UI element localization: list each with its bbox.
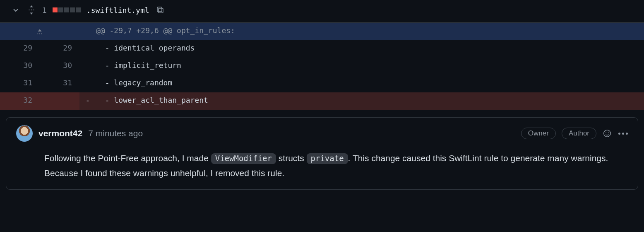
svg-rect-3	[159, 8, 163, 13]
svg-point-6	[39, 33, 40, 34]
code-text: - implicit_return	[96, 58, 644, 75]
diffstat-removed-square	[53, 7, 58, 12]
diffstat-square	[76, 7, 81, 12]
inline-code: ViewModifier	[211, 153, 276, 164]
diffstat-square	[64, 7, 69, 12]
diffstat-square	[58, 7, 63, 12]
new-line-number[interactable]: 31	[40, 75, 79, 92]
fold-up-icon	[35, 27, 44, 36]
owner-badge: Owner	[521, 128, 556, 139]
kebab-dot	[622, 133, 624, 135]
comment-timestamp[interactable]: 7 minutes ago	[88, 128, 143, 138]
diff-line-deleted: 32 - - lower_acl_than_parent	[0, 92, 644, 110]
expand-all-button[interactable]	[26, 5, 36, 15]
copy-icon	[156, 6, 164, 14]
expand-up-button[interactable]	[0, 23, 79, 40]
old-line-number[interactable]: 30	[0, 58, 40, 75]
svg-point-8	[604, 130, 611, 137]
review-comment: vermont42 7 minutes ago Owner Author Fol…	[6, 117, 638, 190]
hunk-header-row: @@ -29,7 +29,6 @@ opt_in_rules:	[0, 23, 644, 40]
diff-line: 29 29 - identical_operands	[0, 40, 644, 58]
comment-header: vermont42 7 minutes ago Owner Author	[16, 125, 628, 142]
new-line-number[interactable]: 29	[40, 40, 79, 58]
new-line-number[interactable]: 30	[40, 58, 79, 75]
file-header: 1 .swiftlint.yml	[0, 0, 644, 22]
svg-point-0	[29, 10, 29, 10]
diffstat	[53, 7, 81, 12]
diff-sign	[79, 40, 96, 58]
comment-body: Following the Point-Free approach, I mad…	[44, 151, 628, 180]
copy-path-button[interactable]	[155, 5, 165, 15]
hunk-header-text: @@ -29,7 +29,6 @@ opt_in_rules:	[96, 23, 644, 40]
smiley-icon	[603, 129, 612, 138]
svg-point-5	[37, 33, 38, 34]
add-reaction-button[interactable]	[602, 128, 612, 138]
code-text: - legacy_random	[96, 75, 644, 92]
author-badge: Author	[562, 128, 596, 139]
old-line-number[interactable]: 29	[0, 40, 40, 58]
new-line-number[interactable]	[40, 92, 79, 110]
diffstat-square	[70, 7, 75, 12]
svg-point-2	[33, 10, 34, 10]
unfold-icon	[27, 5, 36, 15]
code-text: - identical_operands	[96, 40, 644, 58]
code-text: - lower_acl_than_parent	[96, 92, 644, 110]
kebab-dot	[626, 133, 628, 135]
diff-sign: -	[79, 92, 96, 110]
diff-sign	[79, 58, 96, 75]
svg-point-9	[606, 132, 606, 133]
diff-view: @@ -29,7 +29,6 @@ opt_in_rules: 29 29 - …	[0, 22, 644, 110]
svg-point-10	[608, 132, 609, 133]
comment-text: structs	[276, 153, 307, 163]
comment-author-link[interactable]: vermont42	[38, 128, 82, 138]
hunk-gutter	[79, 23, 96, 40]
svg-point-7	[41, 33, 42, 34]
diff-line: 31 31 - legacy_random	[0, 75, 644, 92]
comment-text: Following the Point-Free approach, I mad…	[44, 153, 211, 163]
diff-line: 30 30 - implicit_return	[0, 58, 644, 75]
svg-point-1	[31, 10, 32, 10]
chevron-down-icon	[12, 7, 19, 13]
avatar[interactable]	[16, 125, 33, 142]
old-line-number[interactable]: 31	[0, 75, 40, 92]
kebab-dot	[618, 133, 620, 135]
change-count: 1	[42, 6, 47, 15]
comment-actions-menu[interactable]	[618, 128, 628, 138]
collapse-file-toggle[interactable]	[11, 5, 21, 15]
svg-rect-4	[157, 7, 162, 12]
inline-code: private	[307, 153, 348, 164]
old-line-number[interactable]: 32	[0, 92, 40, 110]
file-path-link[interactable]: .swiftlint.yml	[87, 6, 149, 15]
diff-sign	[79, 75, 96, 92]
